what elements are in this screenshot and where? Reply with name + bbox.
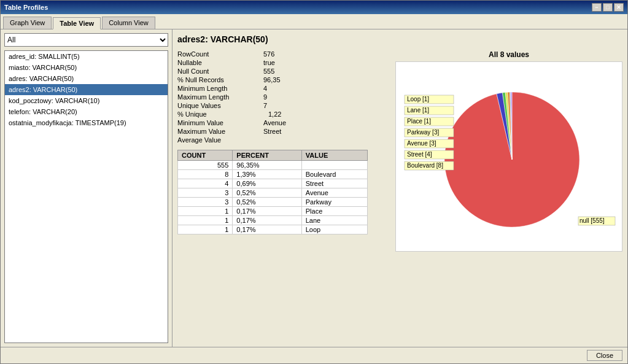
legend-label: Parkway [3]: [407, 129, 439, 136]
table-row: 30,52%Avenue: [178, 188, 368, 198]
stat-label: Minimum Value: [177, 119, 263, 126]
stat-label: % Null Records: [177, 76, 263, 83]
table-row: 10,17%Place: [178, 207, 368, 216]
legend-label: Street [4]: [407, 151, 432, 158]
legend-label: Lane [1]: [407, 107, 429, 114]
chart-title: All 8 values: [489, 50, 529, 59]
stat-row-minval: Minimum Value Avenue: [177, 119, 389, 126]
list-item[interactable]: ostatnia_modyfikacja: TIMESTAMP(19): [5, 117, 168, 128]
stat-value: 576: [263, 50, 274, 58]
stat-row-unique: Unique Values 7: [177, 102, 389, 109]
legend-label: Boulevard [8]: [407, 162, 443, 169]
cell-percent: 0,17%: [233, 207, 301, 216]
stat-row-minlen: Minimum Length 4: [177, 85, 389, 92]
col-header-count: COUNT: [178, 150, 233, 161]
tab-bar: Graph View Table View Column View: [1, 14, 627, 29]
col-header-value: VALUE: [301, 150, 367, 161]
chart-container: Loop [1]Lane [1]Place [1]Parkway [3]Aven…: [395, 61, 622, 252]
list-item[interactable]: miasto: VARCHAR(50): [5, 62, 168, 73]
title-bar-buttons: − □ ✕: [592, 3, 624, 12]
stat-label: Nullable: [177, 59, 263, 66]
cell-percent: 96,35%: [233, 161, 301, 170]
maximize-button[interactable]: □: [603, 3, 613, 12]
col-header-percent: PERCENT: [233, 150, 301, 161]
footer: Close: [1, 347, 627, 363]
stat-row-nullpct: % Null Records 96,35: [177, 76, 389, 83]
stat-row-pctunique: % Unique 1,22: [177, 110, 389, 118]
tab-table-view[interactable]: Table View: [53, 17, 101, 29]
cell-value: [301, 161, 367, 170]
cell-value: Place: [301, 207, 367, 216]
stat-label: Maximum Value: [177, 128, 263, 135]
stat-label: RowCount: [177, 50, 263, 58]
minimize-button[interactable]: −: [592, 3, 602, 12]
list-item-selected[interactable]: adres2: VARCHAR(50): [5, 84, 168, 95]
cell-percent: 0,52%: [233, 188, 301, 198]
stat-value: 9: [263, 93, 267, 101]
table-row: 55596,35%: [178, 161, 368, 170]
data-table-container: COUNT PERCENT VALUE 55596,35%81,39%Boule…: [177, 150, 389, 234]
stat-value: Street: [263, 128, 281, 135]
table-row: 40,69%Street: [178, 179, 368, 188]
right-panel: adres2: VARCHAR(50) RowCount 576 Nullabl…: [173, 29, 627, 347]
table-row: 10,17%Lane: [178, 216, 368, 225]
filter-dropdown[interactable]: All: [4, 33, 168, 47]
stat-row-rowcount: RowCount 576: [177, 50, 389, 58]
cell-percent: 0,17%: [233, 216, 301, 225]
window-title: Table Profiles: [4, 4, 48, 11]
cell-percent: 0,69%: [233, 179, 301, 188]
cell-percent: 0,52%: [233, 198, 301, 207]
legend-label: Place [1]: [407, 118, 431, 125]
tab-column-view[interactable]: Column View: [102, 17, 155, 29]
cell-count: 555: [178, 161, 233, 170]
stat-value: 4: [263, 85, 267, 92]
stat-label: Null Count: [177, 68, 263, 75]
stat-value: Avenue: [263, 119, 286, 126]
list-item[interactable]: adres_id: SMALLINT(5): [5, 51, 168, 62]
cell-value: Boulevard: [301, 170, 367, 179]
filter-dropdown-container: All: [4, 33, 168, 47]
cell-count: 1: [178, 225, 233, 234]
stat-row-maxval: Maximum Value Street: [177, 128, 389, 135]
stat-value: 7: [263, 102, 267, 109]
column-title: adres2: VARCHAR(50): [177, 34, 622, 44]
cell-count: 3: [178, 188, 233, 198]
stat-value: 555: [263, 68, 274, 75]
cell-count: 1: [178, 216, 233, 225]
cell-count: 4: [178, 179, 233, 188]
cell-percent: 1,39%: [233, 170, 301, 179]
table-row: 10,17%Loop: [178, 225, 368, 234]
table-row: 30,52%Parkway: [178, 198, 368, 207]
stats-and-chart: RowCount 576 Nullable true Null Count 55…: [177, 50, 622, 252]
stat-label: % Unique: [177, 110, 263, 118]
cell-value: Loop: [301, 225, 367, 234]
close-button[interactable]: Close: [587, 350, 622, 361]
list-item[interactable]: telefon: VARCHAR(20): [5, 106, 168, 117]
tab-graph-view[interactable]: Graph View: [3, 17, 52, 29]
data-table: COUNT PERCENT VALUE 55596,35%81,39%Boule…: [177, 150, 368, 234]
cell-value: Avenue: [301, 188, 367, 198]
cell-count: 8: [178, 170, 233, 179]
pie-chart-svg: Loop [1]Lane [1]Place [1]Parkway [3]Aven…: [398, 64, 619, 249]
stat-value: true: [263, 59, 275, 66]
cell-percent: 0,17%: [233, 225, 301, 234]
stat-label: Unique Values: [177, 102, 263, 109]
legend-label: Loop [1]: [407, 96, 429, 103]
window-close-button[interactable]: ✕: [614, 3, 624, 12]
null-label: null [555]: [580, 217, 605, 224]
cell-count: 1: [178, 207, 233, 216]
stat-value: 1,22: [268, 110, 281, 118]
content-area: All adres_id: SMALLINT(5) miasto: VARCHA…: [1, 29, 627, 347]
legend-label: Avenue [3]: [407, 140, 436, 147]
cell-value: Street: [301, 179, 367, 188]
title-bar: Table Profiles − □ ✕: [1, 1, 627, 14]
stat-row-nullable: Nullable true: [177, 59, 389, 66]
list-item[interactable]: adres: VARCHAR(50): [5, 73, 168, 84]
stat-value: 96,35: [263, 76, 281, 83]
main-window: Table Profiles − □ ✕ Graph View Table Vi…: [0, 0, 628, 364]
table-row: 81,39%Boulevard: [178, 170, 368, 179]
stat-row-maxlen: Maximum Length 9: [177, 93, 389, 101]
list-item[interactable]: kod_pocztowy: VARCHAR(10): [5, 95, 168, 106]
stats-section: RowCount 576 Nullable true Null Count 55…: [177, 50, 389, 252]
cell-value: Lane: [301, 216, 367, 225]
